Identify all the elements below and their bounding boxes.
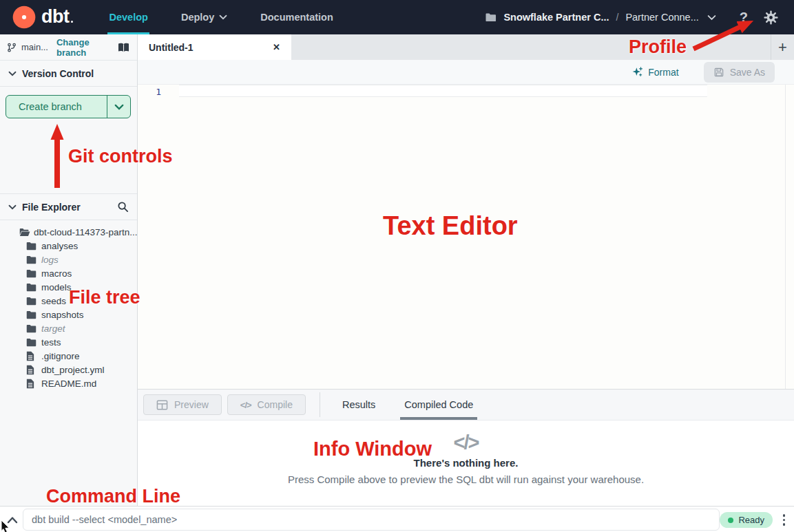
folder-icon: [26, 269, 38, 278]
sparkle-icon: [631, 66, 643, 78]
chevron-down-icon: [114, 104, 124, 110]
version-control-header[interactable]: Version Control: [0, 61, 137, 87]
file-tree: dbt-cloud-114373-partn...analyseslogsmac…: [0, 225, 137, 390]
tree-item-label: macros: [41, 268, 72, 279]
panel-empty-state: </> There's nothing here. Press Compile …: [138, 421, 794, 506]
compile-button[interactable]: </> Compile: [227, 394, 306, 415]
folder-icon: [26, 324, 38, 333]
tree-item--gitignore[interactable]: .gitignore: [0, 349, 137, 363]
tab-untitled-1[interactable]: Untitled-1 ✕: [138, 34, 291, 60]
file-icon: [26, 351, 38, 361]
primary-nav: Develop Deploy Documentation: [92, 0, 349, 34]
format-button[interactable]: Format: [631, 66, 678, 78]
project-chevron-down-icon[interactable]: [707, 14, 716, 21]
preview-button[interactable]: Preview: [143, 394, 222, 415]
tree-item-models[interactable]: models: [0, 280, 137, 294]
folder-icon: [26, 297, 38, 306]
tree-item-label: dbt_project.yml: [41, 365, 105, 375]
top-navbar: dbt Develop Deploy Documentation: [0, 0, 794, 34]
folder-icon: [26, 310, 38, 319]
brand-dot: [71, 21, 73, 23]
command-bar: Ready: [0, 506, 794, 532]
tree-item-label: snapshots: [41, 310, 84, 320]
search-icon[interactable]: [117, 201, 129, 213]
tree-item-macros[interactable]: macros: [0, 266, 137, 280]
folder-icon: [26, 242, 38, 251]
tree-item-seeds[interactable]: seeds: [0, 294, 137, 308]
create-branch-button[interactable]: Create branch: [6, 95, 131, 118]
workspace: main... Change branch Version Control Cr…: [0, 34, 794, 506]
file-explorer-title: File Explorer: [22, 202, 81, 213]
tree-item-dbt-cloud-114373-partn-[interactable]: dbt-cloud-114373-partn...: [0, 225, 137, 239]
empty-state-subtitle: Press Compile above to preview the SQL d…: [288, 474, 644, 485]
editor-content: Untitled-1 ✕ + Format: [138, 34, 794, 506]
breadcrumb-separator: /: [616, 12, 618, 23]
tab-results[interactable]: Results: [338, 390, 379, 420]
new-tab-button[interactable]: +: [771, 34, 794, 60]
text-editor[interactable]: 1: [138, 85, 794, 389]
tree-item-logs[interactable]: logs: [0, 253, 137, 266]
gear-icon[interactable]: [763, 10, 779, 25]
chevron-up-icon[interactable]: [7, 514, 18, 526]
tree-item-label: seeds: [41, 296, 66, 306]
tree-item-label: models: [41, 282, 72, 292]
save-as-label: Save As: [730, 67, 765, 78]
docs-book-icon[interactable]: [117, 42, 130, 53]
compile-label: Compile: [258, 399, 293, 410]
preview-label: Preview: [174, 399, 209, 410]
tree-item-snapshots[interactable]: snapshots: [0, 308, 137, 321]
tree-item-tests[interactable]: tests: [0, 335, 137, 349]
tree-item-analyses[interactable]: analyses: [0, 239, 137, 253]
save-as-button[interactable]: Save As: [704, 62, 775, 83]
change-branch-link[interactable]: Change branch: [56, 37, 117, 58]
breadcrumb-project[interactable]: Partner Conne...: [625, 12, 698, 23]
save-icon: [713, 67, 724, 78]
tree-item-label: .gitignore: [41, 351, 80, 361]
line-number: 1: [138, 87, 161, 97]
help-icon[interactable]: ?: [740, 10, 748, 25]
panel-buttons: Preview </> Compile: [138, 390, 306, 420]
editor-scroll-divider: [785, 85, 786, 389]
dbt-logo[interactable]: dbt: [12, 6, 73, 29]
version-control-title: Version Control: [22, 68, 94, 79]
file-icon: [26, 379, 38, 389]
editor-toolbar: Format Save As: [138, 60, 794, 85]
project-folder-icon: [485, 12, 497, 22]
dbt-logo-icon: [12, 6, 36, 29]
branch-row: main... Change branch: [0, 34, 137, 61]
panel-divider: [320, 392, 320, 417]
status-label: Ready: [738, 515, 764, 525]
editor-current-line[interactable]: [179, 85, 707, 97]
tree-item-dbt-project-yml[interactable]: dbt_project.yml: [0, 363, 137, 376]
current-branch-name: main...: [21, 42, 48, 52]
panel-header: Preview </> Compile Results Compi: [138, 390, 794, 421]
create-branch-label[interactable]: Create branch: [6, 96, 107, 118]
folder-icon: [26, 283, 38, 292]
tree-item-label: README.md: [41, 379, 96, 389]
close-icon[interactable]: ✕: [273, 42, 280, 52]
chevron-down-icon: [8, 204, 17, 210]
file-explorer-header[interactable]: File Explorer: [0, 194, 137, 220]
tab-compiled-code[interactable]: Compiled Code: [400, 390, 477, 420]
nav-deploy[interactable]: Deploy: [165, 0, 244, 34]
nav-develop[interactable]: Develop: [92, 0, 164, 34]
sidebar: main... Change branch Version Control Cr…: [0, 34, 138, 506]
chevron-down-icon: [219, 14, 227, 20]
empty-state-title: There's nothing here.: [414, 457, 519, 469]
folder-icon: [26, 338, 38, 347]
command-input[interactable]: [23, 509, 720, 531]
tree-item-target[interactable]: target: [0, 321, 137, 335]
tree-item-label: dbt-cloud-114373-partn...: [34, 227, 138, 237]
nav-documentation[interactable]: Documentation: [244, 0, 350, 34]
create-branch-dropdown[interactable]: [107, 96, 130, 118]
code-icon: </>: [454, 432, 479, 454]
panel-tabs: Results Compiled Code: [338, 390, 498, 420]
info-panel: Preview </> Compile Results Compi: [138, 389, 794, 506]
chevron-down-icon: [8, 71, 17, 76]
tree-item-readme-md[interactable]: README.md: [0, 376, 137, 390]
tree-item-label: analyses: [41, 241, 78, 251]
tree-item-label: tests: [41, 337, 61, 348]
folder-icon: [26, 255, 38, 264]
kebab-menu-icon[interactable]: [782, 513, 787, 527]
breadcrumb-account[interactable]: Snowflake Partner C...: [503, 12, 609, 23]
